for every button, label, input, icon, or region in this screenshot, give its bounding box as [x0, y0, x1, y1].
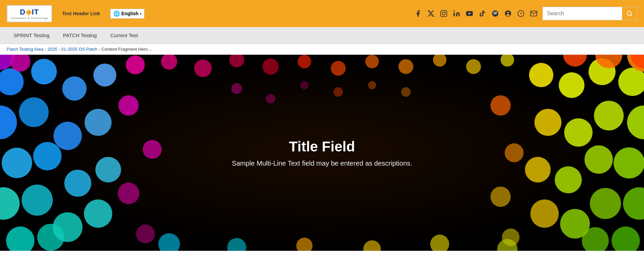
svg-point-55 [262, 58, 279, 75]
svg-point-15 [31, 59, 57, 85]
hero-title: Title Field [232, 139, 412, 155]
svg-point-16 [19, 97, 49, 127]
svg-point-7 [627, 11, 631, 15]
instagram-icon[interactable] [439, 9, 448, 18]
x-twitter-icon[interactable] [426, 9, 436, 18]
svg-point-36 [594, 101, 624, 130]
svg-point-53 [194, 59, 212, 77]
svg-point-38 [590, 188, 621, 219]
svg-point-73 [266, 94, 275, 103]
svg-point-25 [85, 109, 112, 136]
globe-icon: 🌐 [113, 10, 120, 17]
svg-point-66 [118, 183, 139, 204]
svg-point-72 [231, 83, 242, 94]
svg-point-42 [555, 166, 582, 193]
svg-point-23 [53, 212, 83, 242]
breadcrumb-item-os-patch[interactable]: 01-2025 OS Patch [61, 47, 97, 52]
svg-point-40 [559, 72, 584, 98]
svg-point-51 [126, 55, 145, 74]
breadcrumb-sep-3: › [99, 47, 100, 52]
svg-point-46 [525, 157, 551, 183]
email-icon[interactable] [529, 9, 538, 18]
svg-point-37 [584, 145, 613, 174]
svg-point-45 [534, 109, 561, 136]
header-link[interactable]: Test Header Link [62, 11, 100, 16]
svg-point-70 [490, 187, 511, 207]
svg-point-57 [331, 61, 346, 76]
top-bar-left: D◆IT Innovation & Technology Test Header… [7, 5, 144, 22]
tiktok-icon[interactable] [478, 9, 487, 18]
nav-item-patch-testing[interactable]: PATCH Testing [56, 28, 104, 43]
svg-point-21 [53, 122, 82, 150]
breadcrumb-sep-1: › [45, 47, 46, 52]
svg-point-2 [445, 11, 446, 12]
search-input[interactable] [543, 7, 622, 20]
social-icons [413, 9, 538, 18]
svg-point-20 [62, 76, 87, 101]
extra-social-icon[interactable] [516, 9, 526, 18]
breadcrumb-item-2025[interactable]: 2025 [47, 47, 57, 52]
svg-point-5 [492, 10, 498, 17]
svg-point-61 [466, 59, 481, 74]
youtube-icon[interactable] [465, 9, 474, 18]
search-bar [543, 7, 637, 20]
breadcrumb-item-patch-testing-area[interactable]: Patch Testing Area [7, 47, 43, 52]
svg-point-22 [64, 170, 91, 197]
svg-point-56 [298, 55, 311, 68]
svg-rect-0 [441, 10, 447, 17]
chevron-right-icon: › [140, 11, 141, 16]
svg-point-58 [365, 55, 379, 68]
svg-point-12 [2, 148, 32, 178]
svg-point-47 [530, 199, 559, 228]
search-button[interactable] [622, 7, 637, 20]
language-label: English [121, 11, 139, 16]
svg-point-75 [334, 87, 343, 97]
svg-point-3 [454, 10, 455, 12]
svg-point-17 [33, 142, 62, 170]
svg-point-26 [95, 157, 121, 183]
breadcrumb-item-current: Content Fragment Hero ... [101, 47, 153, 52]
threads-icon[interactable] [503, 9, 513, 18]
svg-point-68 [490, 95, 511, 116]
svg-point-41 [564, 118, 593, 147]
hero-content: Title Field Sample Multi-Line Text field… [232, 139, 412, 167]
hero-subtitle: Sample Multi-Line Text field may be ente… [232, 160, 412, 167]
svg-point-44 [529, 63, 553, 87]
svg-point-74 [300, 81, 308, 89]
logo[interactable]: D◆IT Innovation & Technology [7, 5, 52, 22]
svg-point-27 [84, 199, 112, 228]
spotify-icon[interactable] [490, 9, 500, 18]
nav-item-sprint-testing[interactable]: SPRINT Testing [7, 28, 56, 43]
logo-subtext: Innovation & Technology [11, 17, 48, 20]
svg-point-69 [505, 143, 524, 162]
hero-section: Title Field Sample Multi-Line Text field… [0, 55, 644, 251]
nav-item-current-test[interactable]: Current Test [104, 28, 144, 43]
svg-point-77 [401, 87, 411, 97]
logo-text: D◆IT [20, 8, 39, 17]
svg-point-18 [22, 185, 53, 216]
breadcrumb: Patch Testing Area › 2025 › 01-2025 OS P… [0, 44, 644, 55]
facebook-icon[interactable] [413, 9, 423, 18]
svg-point-43 [560, 209, 590, 239]
top-bar-right [413, 7, 637, 20]
linkedin-icon[interactable] [452, 9, 461, 18]
svg-point-67 [136, 224, 155, 243]
svg-point-24 [93, 64, 116, 87]
nav-bar: SPRINT Testing PATCH Testing Current Tes… [0, 27, 644, 44]
svg-point-65 [143, 140, 162, 159]
breadcrumb-sep-2: › [59, 47, 60, 52]
svg-point-64 [118, 95, 139, 116]
svg-point-59 [398, 59, 413, 74]
svg-point-1 [442, 12, 445, 15]
svg-point-76 [368, 81, 376, 89]
svg-point-32 [614, 147, 644, 178]
language-selector[interactable]: 🌐 English › [110, 9, 144, 19]
top-bar: D◆IT Innovation & Technology Test Header… [0, 0, 644, 27]
